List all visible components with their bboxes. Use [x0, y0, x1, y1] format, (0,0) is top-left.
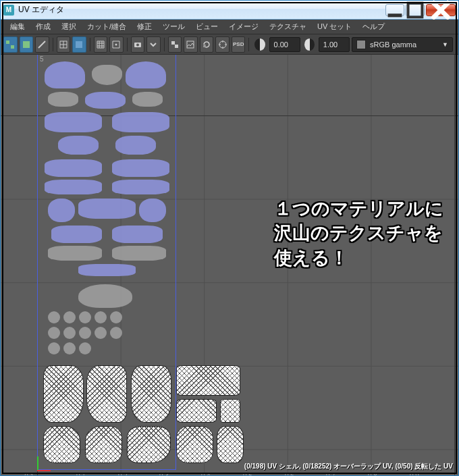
menu-help[interactable]: ヘルプ — [357, 20, 390, 33]
uv-face-toggle-icon[interactable] — [20, 36, 34, 53]
color-swatch-icon — [356, 40, 366, 49]
svg-rect-10 — [171, 41, 175, 45]
axis-label-y5: 5 — [40, 55, 44, 63]
axis-label-x2: 0.2 — [118, 472, 128, 475]
exposure-icon — [254, 38, 265, 51]
svg-point-7 — [115, 43, 117, 45]
dim-target-icon[interactable] — [215, 36, 230, 53]
axis-label-xn1: -0.1 — [22, 473, 34, 475]
gamma-icon — [304, 38, 315, 51]
annotation-line3: 使える！ — [274, 246, 443, 270]
axis-label-x4: 0.4 — [201, 472, 211, 475]
psd-icon[interactable]: PSD — [232, 36, 246, 53]
axis-label-x3: 0.3 — [159, 472, 169, 475]
axis-label-x5: 0.5 — [243, 472, 252, 475]
maximize-button[interactable] — [406, 4, 425, 16]
snapshot-icon[interactable] — [131, 36, 145, 53]
minimize-button[interactable] — [385, 4, 404, 16]
uv-shell-toggle-icon[interactable] — [3, 36, 18, 53]
axis-y-icon — [37, 456, 38, 470]
gamma-field[interactable]: 1.00 — [319, 37, 350, 52]
annotation-text: １つのマテリアルに 沢山のテクスチャを 使える！ — [274, 196, 443, 270]
svg-rect-4 — [23, 41, 30, 48]
menu-cut-sew[interactable]: カット/縫合 — [82, 20, 132, 33]
status-text: (0/198) UV シェル, (0/18252) オーバーラップ UV, (0… — [244, 462, 453, 471]
grid-icon[interactable] — [94, 36, 108, 53]
svg-rect-1 — [408, 3, 423, 17]
menu-modify[interactable]: 修正 — [132, 20, 157, 33]
chevron-down-icon: ▼ — [442, 41, 448, 48]
window-title: UV エディタ — [18, 4, 385, 16]
annotation-line1: １つのマテリアルに — [274, 196, 443, 221]
menu-edit[interactable]: 編集 — [5, 20, 30, 33]
menu-select[interactable]: 選択 — [56, 20, 82, 33]
svg-rect-3 — [11, 45, 14, 49]
pixel-snap-icon[interactable] — [109, 36, 124, 53]
svg-rect-11 — [175, 45, 178, 48]
svg-rect-6 — [76, 41, 82, 48]
axis-label-x1: 0.1 — [76, 472, 86, 475]
shaded-icon[interactable] — [72, 36, 86, 53]
menu-view[interactable]: ビュー — [190, 20, 223, 33]
color-space-label: sRGB gamma — [370, 41, 416, 49]
menu-create[interactable]: 作成 — [30, 20, 56, 33]
axis-label-x6: 0.6 — [285, 472, 294, 475]
dropdown-icon[interactable] — [146, 36, 161, 53]
menu-tools[interactable]: ツール — [157, 20, 190, 33]
axis-label-x8: 0.8 — [368, 472, 377, 475]
menu-image[interactable]: イメージ — [223, 20, 264, 33]
menu-uvsets[interactable]: UV セット — [312, 20, 357, 33]
close-button[interactable] — [426, 4, 456, 16]
exposure-field[interactable]: 0.00 — [269, 37, 300, 52]
app-icon: M — [3, 5, 14, 16]
axis-x-icon — [37, 470, 51, 471]
menu-texture[interactable]: テクスチャ — [264, 20, 312, 33]
menubar: 編集 作成 選択 カット/縫合 修正 ツール ビュー イメージ テクスチャ UV… — [1, 20, 458, 34]
titlebar: M UV エディタ — [1, 1, 458, 20]
toolbar: PSD 0.00 1.00 sRGB gamma ▼ — [1, 34, 458, 55]
axis-label-x9: 0.9 — [410, 472, 419, 475]
annotation-line2: 沢山のテクスチャを — [274, 221, 443, 245]
checker-icon[interactable] — [168, 36, 182, 53]
svg-rect-0 — [388, 14, 402, 17]
wireframe-icon[interactable] — [57, 36, 71, 53]
svg-rect-2 — [6, 41, 9, 44]
svg-rect-12 — [187, 41, 194, 48]
image-icon[interactable] — [184, 36, 198, 53]
color-space-dropdown[interactable]: sRGB gamma ▼ — [352, 37, 453, 52]
uv-viewport[interactable]: 5 -0.1 -0.2 -0.3 -0.4 0.1 0.2 0.3 0.4 0.… — [1, 55, 458, 475]
axis-label-x7: 0.7 — [326, 472, 335, 475]
reload-icon[interactable] — [200, 36, 214, 53]
uv-tile — [37, 55, 176, 470]
svg-point-9 — [136, 43, 139, 46]
uv-edge-toggle-icon[interactable] — [35, 36, 49, 53]
